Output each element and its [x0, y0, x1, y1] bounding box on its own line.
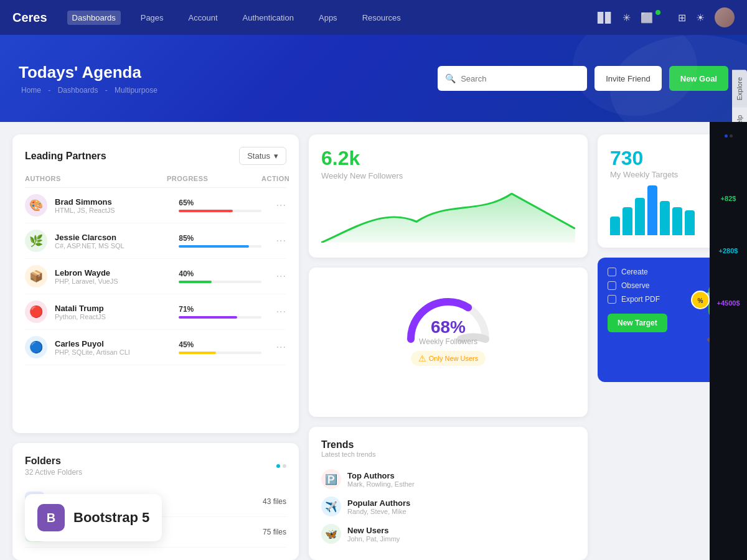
watermark: B Bootstrap 5	[25, 494, 162, 541]
chevron-down-icon: ▾	[274, 151, 278, 161]
checkbox-create[interactable]	[608, 268, 616, 276]
more-options-button[interactable]: ···	[276, 235, 286, 246]
asterisk-icon[interactable]: ✳	[622, 12, 631, 24]
nav-pages[interactable]: Pages	[136, 11, 169, 25]
author-avatar: 🔵	[25, 336, 47, 358]
dot-blue	[276, 464, 280, 468]
grid-icon[interactable]: ⊞	[678, 12, 686, 24]
progress-bar-bg	[179, 352, 261, 354]
trend-rows: 🅿️ Top Authors Mark, Rowling, Esther ✈️ …	[321, 465, 575, 548]
svg-text:%: %	[698, 297, 703, 304]
author-skills: Python, ReactJS	[55, 313, 179, 320]
folder-files: 75 files	[263, 528, 286, 536]
trend-row: 🦋 New Users John, Pat, Jimmy	[321, 520, 575, 548]
new-target-button[interactable]: New Target	[608, 314, 667, 332]
progress-bar-bg	[179, 245, 261, 248]
header-banner: Todays' Agenda Home - Dashboards - Multi…	[0, 35, 747, 122]
window-icon[interactable]: ⬜	[641, 12, 653, 24]
folders-info: Folders 32 Active Folders	[25, 455, 82, 477]
progress-label: 40%	[179, 269, 261, 278]
table-header: AUTHORS PROGRESS ACTION	[25, 175, 286, 188]
nav-icons: ▊▊ ✳ ⬜ ⊞ ☀	[598, 7, 735, 27]
followers-card: 6.2k Weekly New Followers	[309, 134, 588, 258]
breadcrumb-home[interactable]: Home	[21, 86, 41, 95]
trend-name: New Users	[347, 526, 400, 535]
progress-label: 45%	[179, 340, 261, 349]
col-action: ACTION	[261, 175, 286, 182]
author-skills: PHP, Laravel, VueJS	[55, 278, 179, 285]
checkbox-observe[interactable]	[608, 281, 616, 290]
trend-row: ✈️ Popular Authors Randy, Steve, Mike	[321, 493, 575, 520]
search-box[interactable]: 🔍	[438, 66, 587, 91]
trend-desc: Randy, Steve, Mike	[347, 508, 410, 515]
breadcrumb-sep1: -	[48, 86, 52, 95]
progress-bar-fill	[179, 281, 212, 283]
status-dropdown[interactable]: Status ▾	[239, 147, 286, 165]
side-panel: +82$ +280$ +4500$	[710, 122, 747, 560]
side-value-3: +4500$	[716, 299, 740, 307]
explore-tab[interactable]: Explore	[732, 70, 747, 108]
nav-apps[interactable]: Apps	[314, 11, 342, 25]
author-skills: PHP, SQLite, Artisan CLI	[55, 348, 179, 356]
folders-header: Folders 32 Active Folders	[25, 455, 286, 477]
new-goal-button[interactable]: New Goal	[669, 66, 728, 91]
more-options-button[interactable]: ···	[276, 342, 286, 353]
leading-partners-card: Leading Partners Status ▾ AUTHORS PROGRE…	[12, 134, 299, 433]
col-progress: PROGRESS	[167, 175, 261, 182]
sun-icon[interactable]: ☀	[696, 12, 705, 24]
navbar: Ceres Dashboards Pages Account Authentic…	[0, 0, 747, 35]
bar	[647, 185, 657, 235]
only-new-badge: ⚠ Only New Users	[411, 351, 486, 366]
col-mid: 6.2k Weekly New Followers	[309, 134, 588, 560]
author-avatar: 🌿	[25, 230, 47, 252]
side-value-2: +280$	[719, 247, 738, 254]
bar	[685, 210, 695, 235]
breadcrumb-dashboards[interactable]: Dashboards	[58, 86, 98, 95]
author-name: Carles Puyol	[55, 339, 179, 348]
avatar[interactable]	[715, 7, 735, 27]
author-name: Natali Trump	[55, 304, 179, 313]
trend-desc: John, Pat, Jimmy	[347, 535, 400, 543]
nav-account[interactable]: Account	[184, 11, 223, 25]
author-name: Brad Simmons	[55, 197, 179, 207]
author-info: Lebron Wayde PHP, Laravel, VueJS	[55, 268, 179, 285]
breadcrumb-multipurpose: Multipurpose	[115, 86, 157, 95]
nav-resources[interactable]: Resources	[357, 11, 406, 25]
trend-name: Top Authors	[347, 471, 415, 480]
breadcrumb-sep2: -	[105, 86, 110, 95]
bar	[622, 207, 632, 235]
author-row: 🔴 Natali Trump Python, ReactJS 71% ···	[25, 294, 286, 330]
more-options-button[interactable]: ···	[276, 306, 286, 317]
author-name: Jessie Clarcson	[55, 233, 179, 242]
bootstrap-text: Bootstrap 5	[73, 510, 149, 526]
invite-friend-button[interactable]: Invite Friend	[594, 66, 662, 91]
side-tabs: Explore Help Buy now	[732, 70, 747, 122]
author-skills: HTML, JS, ReactJS	[55, 207, 179, 214]
leading-partners-title: Leading Partners	[25, 151, 106, 162]
progress-cell: 65%	[179, 198, 261, 212]
author-avatar: 🔴	[25, 301, 47, 323]
trends-title: Trends	[321, 439, 575, 450]
trend-icon: 🅿️	[321, 469, 341, 489]
gauge-container: 68% Weekly Followers ⚠ Only New Users	[321, 280, 575, 372]
page-title: Todays' Agenda	[19, 63, 438, 82]
author-info: Carles Puyol PHP, SQLite, Artisan CLI	[55, 339, 179, 356]
bar-chart-icon[interactable]: ▊▊	[598, 12, 613, 24]
warning-icon: ⚠	[418, 353, 426, 363]
trend-icon: ✈️	[321, 497, 341, 516]
help-tab[interactable]: Help	[732, 108, 747, 122]
more-options-button[interactable]: ···	[276, 200, 286, 211]
nav-dashboards[interactable]: Dashboards	[67, 11, 121, 25]
avatar-image	[715, 7, 735, 27]
checkbox-export[interactable]	[608, 295, 616, 304]
progress-label: 85%	[179, 234, 261, 243]
author-info: Natali Trump Python, ReactJS	[55, 304, 179, 320]
dot-gray	[283, 464, 286, 468]
author-row: 📦 Lebron Wayde PHP, Laravel, VueJS 40% ·…	[25, 259, 286, 294]
followers-value: 6.2k	[321, 147, 575, 170]
author-row: 🔵 Carles Puyol PHP, SQLite, Artisan CLI …	[25, 330, 286, 365]
action-cell: ···	[261, 200, 286, 211]
nav-authentication[interactable]: Authentication	[238, 11, 299, 25]
search-input[interactable]	[461, 74, 580, 83]
more-options-button[interactable]: ···	[276, 271, 286, 282]
